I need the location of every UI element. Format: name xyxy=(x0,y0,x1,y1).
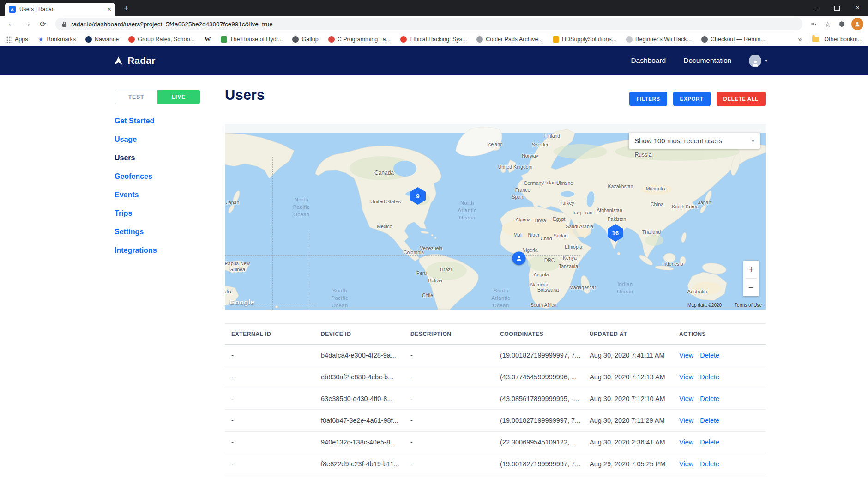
map-attribution: Map data ©2020 xyxy=(687,303,722,308)
favicon-icon xyxy=(400,36,407,43)
cell-updated-at: Aug 29, 2020 7:05:25 PM xyxy=(583,460,673,468)
brand-name: Radar xyxy=(127,55,156,66)
cluster-marker[interactable]: 16 xyxy=(608,224,623,242)
reload-icon[interactable]: ⟳ xyxy=(36,19,50,29)
map-markers: 916 xyxy=(225,124,766,310)
sidebar-item-trips[interactable]: Trips xyxy=(115,209,157,218)
sidebar-item-settings[interactable]: Settings xyxy=(115,227,157,236)
map-zoom-control: + − xyxy=(743,261,759,296)
delete-link[interactable]: Delete xyxy=(700,395,719,402)
export-button[interactable]: EXPORT xyxy=(673,92,711,106)
live-toggle-button[interactable]: LIVE xyxy=(157,90,200,104)
bookmark-item[interactable]: W xyxy=(205,36,211,43)
maximize-icon[interactable] xyxy=(826,0,847,16)
delete-link[interactable]: Delete xyxy=(700,373,719,381)
view-link[interactable]: View xyxy=(679,373,693,381)
bookmark-item[interactable]: Gallup xyxy=(292,36,318,43)
table-row: -f0af6b47-3e2e-4a61-98f...-(19.001827199… xyxy=(225,410,766,432)
view-link[interactable]: View xyxy=(679,417,693,424)
column-header: DESCRIPTION xyxy=(404,331,494,337)
favicon-icon xyxy=(221,36,227,43)
bookmarks-items: Apps★BookmarksNavianceGroup Rates, Schoo… xyxy=(6,36,794,43)
cluster-marker[interactable]: 9 xyxy=(410,187,426,205)
favicon-icon xyxy=(626,36,633,43)
key-icon[interactable] xyxy=(808,20,820,28)
page-title: Users xyxy=(225,87,265,104)
bookmark-item[interactable]: Checkout — Remin... xyxy=(701,36,766,43)
url-bar[interactable]: radar.io/dashboard/users?project=5f4a662… xyxy=(55,18,802,30)
view-link[interactable]: View xyxy=(679,438,693,446)
close-icon[interactable]: × xyxy=(847,0,868,16)
cell-description: - xyxy=(404,352,494,359)
bookmarks-overflow-icon[interactable]: » xyxy=(798,36,802,43)
person-icon xyxy=(516,255,523,262)
browser-tab[interactable]: Users | Radar × xyxy=(5,3,115,16)
cell-actions: ViewDelete xyxy=(673,352,766,359)
sidebar-item-events[interactable]: Events xyxy=(115,190,157,199)
bookmark-item[interactable]: The House of Hydr... xyxy=(221,36,283,43)
radar-logo[interactable]: Radar xyxy=(114,55,156,66)
view-link[interactable]: View xyxy=(679,460,693,468)
filters-button[interactable]: FILTERS xyxy=(629,92,667,106)
cell-device-id: eb830af2-c880-4cbc-b... xyxy=(314,373,404,381)
cell-actions: ViewDelete xyxy=(673,417,766,424)
account-menu[interactable]: ▾ xyxy=(749,55,767,67)
bookmark-star-icon[interactable]: ☆ xyxy=(822,20,834,29)
users-map[interactable]: RussiaCanadaUnited StatesMexicoBrazilChi… xyxy=(225,124,766,310)
bookmark-item[interactable]: C Programming La... xyxy=(328,36,391,43)
cell-coordinates: (43.077454599999996, ... xyxy=(494,373,583,381)
profile-avatar[interactable] xyxy=(851,18,863,30)
bookmark-item[interactable]: Beginner's Wii Hack... xyxy=(626,36,692,43)
nav-link-documentation[interactable]: Documentation xyxy=(683,56,731,65)
sidebar-item-get-started[interactable]: Get Started xyxy=(115,116,157,125)
sidebar-item-integrations[interactable]: Integrations xyxy=(115,246,157,255)
sidebar-item-usage[interactable]: Usage xyxy=(115,135,157,144)
bookmark-item[interactable]: Ethical Hacking: Sys... xyxy=(400,36,467,43)
sidebar-item-geofences[interactable]: Geofences xyxy=(115,172,157,181)
recent-users-dropdown[interactable]: Show 100 most recent users ▾ xyxy=(629,133,760,149)
view-link[interactable]: View xyxy=(679,352,693,359)
radar-navbar: Radar Dashboard Documentation ▾ xyxy=(0,46,868,75)
cell-coordinates: (19.001827199999997, 7... xyxy=(494,417,583,424)
bookmark-label: C Programming La... xyxy=(338,36,391,43)
table-row: -eb830af2-c880-4cbc-b...-(43.07745459999… xyxy=(225,366,766,388)
minimize-icon[interactable] xyxy=(806,0,826,16)
delete-link[interactable]: Delete xyxy=(700,417,719,424)
zoom-in-button[interactable]: + xyxy=(743,261,759,278)
cell-external-id: - xyxy=(225,438,314,446)
new-tab-button[interactable]: + xyxy=(120,2,132,14)
bookmark-label: Gallup xyxy=(301,36,318,43)
nav-link-dashboard[interactable]: Dashboard xyxy=(631,56,666,65)
delete-link[interactable]: Delete xyxy=(700,460,719,468)
delete-link[interactable]: Delete xyxy=(700,438,719,446)
bookmark-label: Ethical Hacking: Sys... xyxy=(410,36,467,43)
user-location-marker[interactable] xyxy=(512,252,526,265)
bookmark-item[interactable]: HDSupplySolutions... xyxy=(553,36,616,43)
back-icon[interactable]: ← xyxy=(5,19,18,29)
view-link[interactable]: View xyxy=(679,395,693,402)
cell-updated-at: Aug 30, 2020 7:12:13 AM xyxy=(583,373,673,381)
cell-coordinates: (19.001827199999997, 7... xyxy=(494,352,583,359)
bookmark-item[interactable]: ★Bookmarks xyxy=(38,36,76,43)
forward-icon[interactable]: → xyxy=(20,19,34,29)
cell-coordinates: (22.300699545109122, ... xyxy=(494,438,583,446)
bookmark-item[interactable]: Cooler Pads Archive... xyxy=(476,36,543,43)
delete-all-button[interactable]: DELETE ALL xyxy=(717,92,766,106)
extensions-puzzle-icon[interactable] xyxy=(836,21,848,28)
page-actions: FILTERSEXPORTDELETE ALL xyxy=(629,92,766,106)
sidebar-item-users[interactable]: Users xyxy=(115,153,157,162)
sidebar-nav: Get StartedUsageUsersGeofencesEventsTrip… xyxy=(115,116,157,264)
test-toggle-button[interactable]: TEST xyxy=(115,90,157,104)
bookmark-item[interactable]: Group Rates, Schoo... xyxy=(128,36,195,43)
bookmark-label: Apps xyxy=(15,36,28,43)
bookmark-item[interactable]: Naviance xyxy=(85,36,119,43)
tab-close-icon[interactable]: × xyxy=(108,6,111,12)
other-bookmarks[interactable]: Other bookm... xyxy=(824,36,862,43)
terms-of-use-link[interactable]: Terms of Use xyxy=(735,303,762,308)
cell-device-id: b4dafca4-e300-4f28-9a... xyxy=(314,352,404,359)
star-icon: ★ xyxy=(38,36,44,43)
favicon-icon xyxy=(701,36,708,43)
delete-link[interactable]: Delete xyxy=(700,352,719,359)
bookmark-item[interactable]: Apps xyxy=(6,36,28,43)
zoom-out-button[interactable]: − xyxy=(743,279,759,296)
